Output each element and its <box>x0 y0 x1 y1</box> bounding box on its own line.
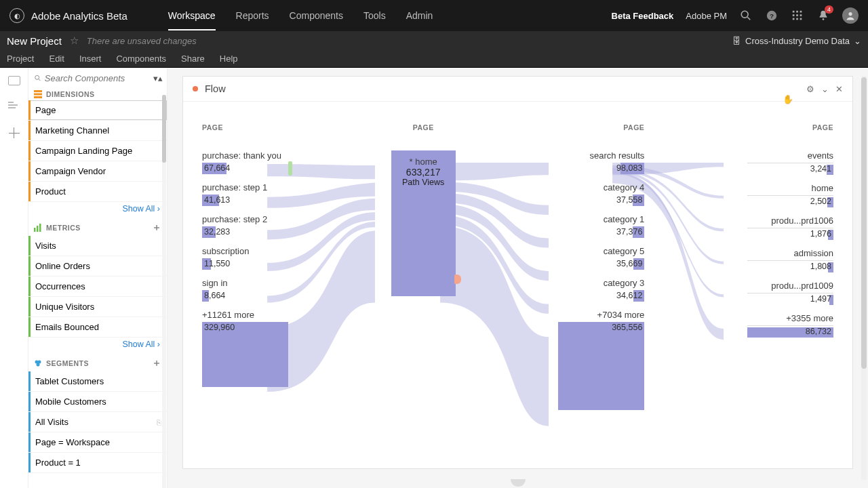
menu-share[interactable]: Share <box>181 54 205 64</box>
component-item[interactable]: Online Orders <box>28 256 167 277</box>
component-item[interactable]: Unique Visitors <box>28 297 167 317</box>
flow-col-head: PAGE <box>747 123 833 131</box>
nav-tools[interactable]: Tools <box>363 1 386 30</box>
apps-icon[interactable] <box>791 9 804 22</box>
flow-node[interactable]: category 437,558 <box>558 182 644 206</box>
side-scrollbar[interactable] <box>162 95 166 488</box>
flow-node[interactable]: +7034 more365,556 <box>558 310 644 410</box>
flow-node[interactable]: +11261 more329,960 <box>202 310 288 387</box>
component-item[interactable]: Product <box>28 182 167 202</box>
flow-node[interactable]: produ...prd10061,876 <box>747 216 833 240</box>
component-search-input[interactable] <box>45 73 149 83</box>
flow-node[interactable]: admission1,808 <box>747 248 833 272</box>
menu-components[interactable]: Components <box>116 54 166 64</box>
component-item[interactable]: Occurrences <box>28 277 167 297</box>
panel-resize-handle[interactable] <box>511 479 526 487</box>
svg-text:?: ? <box>770 12 774 20</box>
unsaved-status: There are unsaved changes <box>87 36 197 46</box>
beta-feedback-link[interactable]: Beta Feedback <box>612 11 674 21</box>
project-title[interactable]: New Project <box>7 35 62 47</box>
database-icon: 🗄 <box>732 36 741 46</box>
flow-node[interactable]: category 535,669 <box>558 246 644 270</box>
svg-rect-6 <box>800 11 802 13</box>
flow-node[interactable]: purchase: thank you67,664 <box>202 150 288 174</box>
product-name: Adobe Analytics Beta <box>31 10 127 22</box>
favorite-star-icon[interactable]: ☆ <box>70 35 79 47</box>
component-item[interactable]: Campaign Vendor <box>28 161 167 182</box>
project-bar: New Project ☆ There are unsaved changes … <box>0 31 868 50</box>
component-item[interactable]: Marketing Channel <box>28 121 167 141</box>
flow-node[interactable]: +3355 more86,732 <box>747 313 833 338</box>
flow-node[interactable]: category 137,376 <box>558 214 644 238</box>
svg-line-1 <box>747 17 750 20</box>
flow-node[interactable]: events3,241 <box>747 150 833 175</box>
segments-header: SEGMENTS ＋ <box>28 353 167 371</box>
flow-node[interactable]: home2,502 <box>747 183 833 207</box>
panel-header: Flow ⚙ ⌄ ✕ ✋ <box>183 77 852 102</box>
dimensions-showall[interactable]: Show All › <box>28 202 167 218</box>
panel-settings-icon[interactable]: ⚙ <box>806 84 814 94</box>
panel-close-icon[interactable]: ✕ <box>835 84 843 94</box>
component-item[interactable]: Tablet Customers <box>28 371 167 392</box>
add-metric-icon[interactable]: ＋ <box>152 222 162 234</box>
flow-center-node[interactable]: * home 633,217 Path Views <box>391 150 456 296</box>
notification-badge: 4 <box>825 5 833 14</box>
table-icon[interactable] <box>9 127 20 138</box>
nav-reports[interactable]: Reports <box>236 1 269 30</box>
nav-workspace[interactable]: Workspace <box>168 1 216 30</box>
metrics-showall[interactable]: Show All › <box>28 338 167 353</box>
left-rail <box>0 68 28 488</box>
metrics-header: METRICS ＋ <box>28 218 167 236</box>
panel-icon[interactable] <box>8 76 20 85</box>
datasource-selector[interactable]: 🗄 Cross-Industry Demo Data ⌄ <box>732 36 861 46</box>
svg-rect-7 <box>793 14 795 16</box>
component-item[interactable]: Product = 1 <box>28 453 167 473</box>
help-icon[interactable]: ? <box>765 9 778 22</box>
user-avatar[interactable] <box>842 7 859 24</box>
nav-admin[interactable]: Admin <box>406 1 433 30</box>
dimensions-header: DIMENSIONS <box>28 86 167 100</box>
notifications-icon[interactable]: 4 <box>816 9 830 22</box>
component-item[interactable]: Page = Workspace <box>28 432 167 453</box>
svg-rect-8 <box>796 14 798 16</box>
svg-rect-20 <box>34 228 36 232</box>
search-icon[interactable] <box>739 9 753 22</box>
flow-node[interactable]: produ...prd10091,497 <box>747 281 833 305</box>
flow-node[interactable]: purchase: step 141,613 <box>202 182 288 206</box>
search-icon <box>34 74 42 83</box>
brand-logo-icon: ◐ <box>9 8 24 23</box>
nav-components[interactable]: Components <box>290 1 343 30</box>
flow-col-head: PAGE <box>391 123 456 131</box>
flow-node[interactable]: subscription11,550 <box>202 246 288 270</box>
component-item[interactable]: Campaign Landing Page <box>28 141 167 161</box>
panel-title[interactable]: Flow <box>205 83 226 94</box>
primary-nav: Workspace Reports Components Tools Admin <box>168 1 433 30</box>
svg-point-25 <box>37 363 40 367</box>
component-item[interactable]: Emails Bounced <box>28 317 167 338</box>
viz-icon[interactable] <box>8 102 20 111</box>
flow-col-head: PAGE <box>202 123 288 131</box>
canvas-scrollbar[interactable] <box>861 76 867 480</box>
svg-point-0 <box>741 11 748 18</box>
svg-rect-19 <box>34 96 42 98</box>
filter-icon[interactable]: ▾▴ <box>153 73 163 83</box>
menu-edit[interactable]: Edit <box>49 54 64 64</box>
menu-project[interactable]: Project <box>7 54 34 64</box>
components-panel: ▾▴ DIMENSIONS PageMarketing ChannelCampa… <box>28 68 167 488</box>
component-item[interactable]: Mobile Customers <box>28 392 167 412</box>
add-segment-icon[interactable]: ＋ <box>152 357 162 369</box>
svg-rect-17 <box>34 90 42 92</box>
panel-collapse-icon[interactable]: ⌄ <box>821 84 829 94</box>
menu-insert[interactable]: Insert <box>79 54 102 64</box>
flow-node[interactable]: search results98,083 <box>558 150 644 174</box>
menu-help[interactable]: Help <box>220 54 238 64</box>
svg-rect-18 <box>34 94 42 96</box>
component-item[interactable]: All Visits⎘ <box>28 412 167 432</box>
flow-node[interactable]: purchase: step 232,283 <box>202 214 288 238</box>
component-item[interactable]: Page <box>28 100 167 121</box>
flow-node[interactable]: sign in8,664 <box>202 278 288 302</box>
component-search[interactable] <box>34 73 149 83</box>
svg-rect-4 <box>793 11 795 13</box>
flow-node[interactable]: category 334,612 <box>558 278 644 302</box>
component-item[interactable]: Visits <box>28 236 167 256</box>
